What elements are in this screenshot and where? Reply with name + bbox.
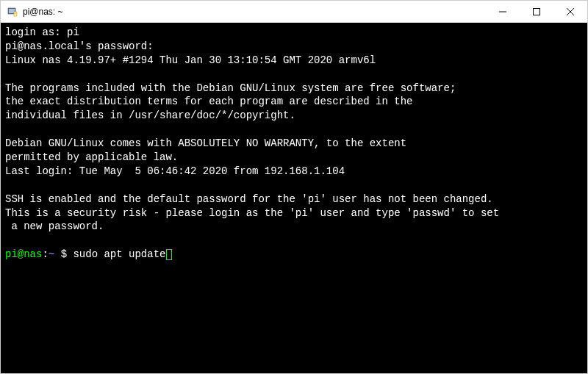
putty-icon (7, 6, 18, 18)
prompt-user: pi@nas (5, 248, 42, 260)
prompt-sep1: : (42, 248, 48, 260)
prompt-path: ~ (49, 248, 54, 260)
close-button[interactable] (553, 1, 587, 22)
terminal-area[interactable]: login as: pi pi@nas.local's password: Li… (1, 23, 587, 373)
svg-rect-2 (14, 12, 17, 16)
maximize-button[interactable] (520, 1, 553, 22)
window-title: pi@nas: ~ (23, 7, 486, 17)
terminal-output: login as: pi pi@nas.local's password: Li… (5, 26, 499, 232)
minimize-button[interactable] (486, 1, 520, 22)
titlebar[interactable]: pi@nas: ~ (1, 1, 587, 23)
svg-rect-5 (534, 8, 540, 15)
window-controls (486, 1, 587, 22)
app-window: pi@nas: ~ login as: pi pi@nas.local's pa… (0, 0, 588, 374)
prompt-sep2: $ (54, 248, 73, 260)
prompt-command: sudo apt update (73, 248, 165, 260)
cursor-icon (166, 249, 172, 260)
